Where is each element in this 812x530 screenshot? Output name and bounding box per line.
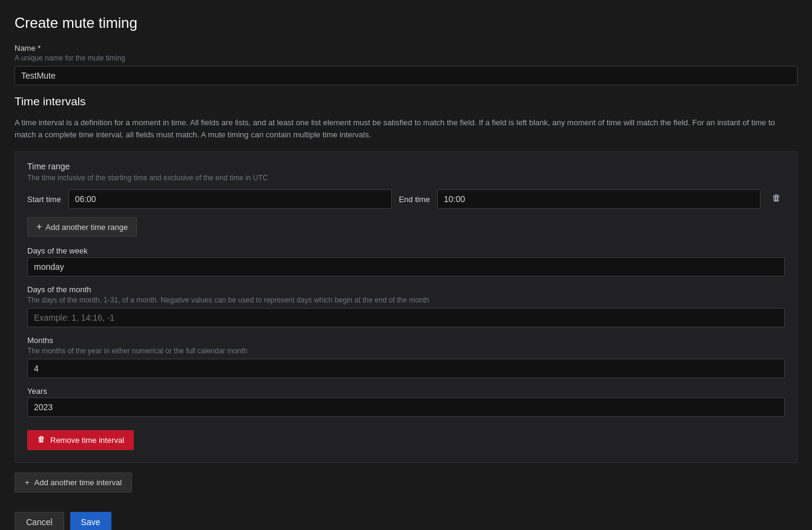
days-of-week-label: Days of the week [27,246,785,255]
time-range-desc: The time inclusive of the starting time … [27,174,785,182]
years-input[interactable] [27,398,785,417]
months-desc: The months of the year in either numeric… [27,347,785,355]
start-time-label: Start time [27,195,61,204]
end-time-input[interactable] [437,189,761,209]
end-time-label: End time [399,195,430,204]
add-interval-plus-icon: + [25,478,30,487]
days-of-week-field: Days of the week [27,246,785,276]
days-of-week-input[interactable] [27,257,785,276]
time-range-section: Time range The time inclusive of the sta… [27,162,785,209]
time-range-row: Start time End time [27,189,785,209]
days-of-month-desc: The days of the month, 1-31, of a month.… [27,296,785,304]
add-time-interval-button[interactable]: + Add another time interval [15,473,132,492]
time-range-title: Time range [27,162,785,171]
months-field: Months The months of the year in either … [27,336,785,378]
name-description: A unique name for the mute timing [15,54,797,62]
days-of-month-label: Days of the month [27,285,785,294]
months-input[interactable] [27,359,785,378]
days-of-month-input[interactable] [27,308,785,327]
remove-time-interval-button[interactable]: Remove time interval [27,430,134,450]
page-title: Create mute timing [15,15,797,31]
name-field-group: Name * A unique name for the mute timing [15,44,797,85]
remove-icon [37,435,45,445]
months-label: Months [27,336,785,345]
trash-icon [771,193,781,205]
name-label: Name * [15,44,797,53]
days-of-month-field: Days of the month The days of the month,… [27,285,785,327]
footer-buttons: Cancel Save [15,512,797,530]
time-intervals-heading: Time intervals [15,95,797,108]
name-input[interactable] [15,66,797,85]
delete-time-range-button[interactable] [768,191,785,208]
time-interval-card: Time range The time inclusive of the sta… [15,151,797,463]
plus-icon: + [36,222,42,232]
cancel-button[interactable]: Cancel [15,512,64,530]
add-time-range-button[interactable]: + Add another time range [27,217,137,237]
time-intervals-description: A time interval is a definition for a mo… [15,117,796,140]
years-field: Years [27,387,785,417]
start-time-input[interactable] [68,189,392,209]
save-button[interactable]: Save [70,512,111,530]
years-label: Years [27,387,785,396]
